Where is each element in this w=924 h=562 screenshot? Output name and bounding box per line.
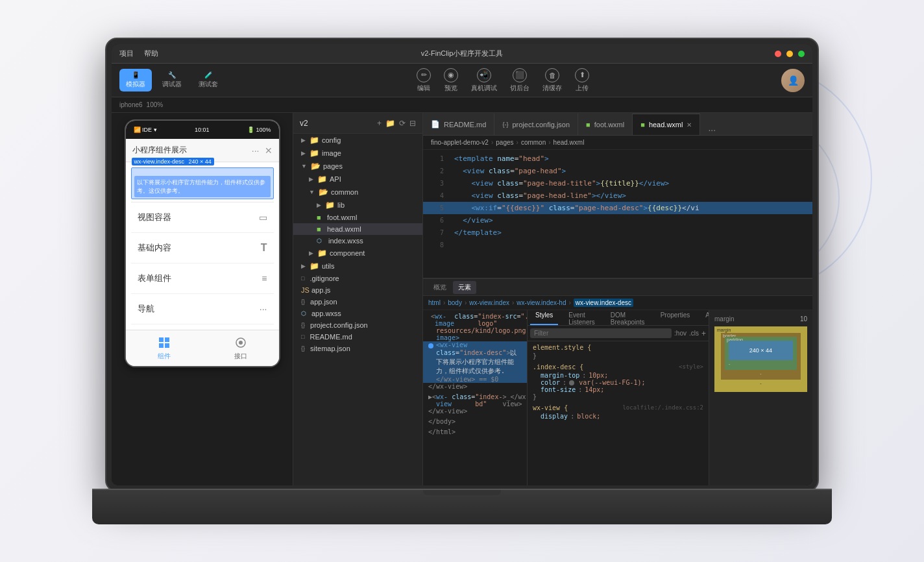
- mode-test[interactable]: 🧪 测试套: [192, 69, 225, 92]
- menu-item-nav[interactable]: 导航 ···: [131, 294, 274, 324]
- breadcrumb-sep: ›: [548, 139, 550, 146]
- action-clear-cache-label: 清缓存: [542, 84, 562, 93]
- tree-item-project-config[interactable]: {} project.config.json: [293, 319, 422, 331]
- new-folder-icon[interactable]: 📁: [385, 119, 395, 128]
- tree-item-sitemap[interactable]: {} sitemap.json: [293, 343, 422, 354]
- nav-item-api[interactable]: 接口: [234, 336, 248, 361]
- minimize-button[interactable]: [786, 51, 793, 57]
- tree-item-api[interactable]: ▶ 📁 API: [293, 173, 422, 186]
- tree-item-label: app.wxss: [311, 310, 341, 317]
- phone-more-icon[interactable]: ···: [252, 145, 260, 156]
- tab-overflow-icon[interactable]: ···: [703, 125, 721, 135]
- mode-simulator[interactable]: 📱 模拟器: [119, 69, 152, 92]
- user-avatar[interactable]: 👤: [781, 69, 805, 92]
- tree-item-label: image: [322, 149, 341, 157]
- device-bar: iphone6 100%: [112, 97, 812, 113]
- action-background[interactable]: ⬛ 切后台: [510, 68, 529, 93]
- css-block-close: }: [533, 352, 537, 360]
- devtools-panel: 概览 元素 html › body › wx-view.index: [423, 278, 812, 485]
- new-file-icon[interactable]: +: [377, 119, 382, 128]
- tree-item-gitignore[interactable]: □ .gitignore: [293, 273, 422, 284]
- elem-wx-view-desc[interactable]: wx-view.index-desc: [574, 299, 633, 307]
- elem-wx-view-index[interactable]: wx-view.index: [469, 299, 509, 306]
- tree-item-index-wxss[interactable]: ⬡ index.wxss: [293, 235, 422, 247]
- tree-item-app-wxss[interactable]: ⬡ app.wxss: [293, 308, 422, 319]
- action-edit[interactable]: ✏ 编辑: [417, 68, 431, 93]
- code-line: 2 <view class="page-head">: [423, 165, 812, 177]
- tab-readme[interactable]: 📄 README.md: [423, 114, 494, 135]
- tree-item-app-json[interactable]: {} app.json: [293, 296, 422, 308]
- line-number: 2: [428, 166, 444, 177]
- elem-sep: ›: [465, 299, 467, 306]
- tab-project-config[interactable]: {-} project.config.json: [494, 114, 578, 135]
- collapse-icon[interactable]: ⊟: [409, 119, 416, 128]
- tree-item-pages[interactable]: ▼ 📂 pages: [293, 160, 422, 173]
- nav-item-component[interactable]: 组件: [157, 336, 171, 361]
- svg-point-5: [239, 341, 243, 345]
- close-button[interactable]: [775, 51, 781, 57]
- elem-sep: ›: [512, 299, 514, 306]
- css-rule-wx-view: wx-view { localfile:/.index.css:2 displa…: [533, 404, 703, 420]
- tree-item-common[interactable]: ▼ 📂 common: [293, 186, 422, 199]
- styles-tab-styles[interactable]: Styles: [530, 310, 558, 325]
- code-content: <template name="head">: [454, 153, 549, 165]
- html-tree[interactable]: <wx-image class="index-logo" src="../res…: [423, 310, 527, 485]
- laptop-body: 项目 帮助 v2-FinClip小程序开发工具 📱: [105, 38, 819, 492]
- tree-item-lib[interactable]: ▶ 📁 lib: [293, 199, 422, 212]
- tab-head-wxml[interactable]: ■ head.wxml ✕: [633, 114, 700, 135]
- tab-foot-wxml[interactable]: ■ foot.wxml: [578, 114, 633, 135]
- styles-tab-events[interactable]: Event Listeners: [563, 310, 600, 325]
- folder-icon: 📁: [310, 149, 319, 158]
- action-device-debug[interactable]: 📲 真机调试: [471, 68, 497, 93]
- phone-signal: 📶 IDE ▾: [134, 127, 157, 133]
- menu-item-project[interactable]: 项目: [119, 49, 134, 58]
- menu-item-basic-content[interactable]: 基础内容 T: [131, 233, 274, 263]
- styles-tab-dom-breakpoints[interactable]: DOM Breakpoints: [605, 310, 650, 325]
- menu-item-form[interactable]: 表单组件 ≡: [131, 263, 274, 294]
- css-prop-margin-top: margin-top : 10px;: [533, 372, 703, 379]
- filter-add[interactable]: +: [701, 329, 706, 338]
- tree-item-image[interactable]: ▶ 📁 image: [293, 147, 422, 160]
- simulator-icon: 📱: [132, 71, 140, 79]
- tree-item-readme[interactable]: □ README.md: [293, 331, 422, 343]
- breadcrumb-sep: ›: [491, 139, 493, 146]
- maximize-button[interactable]: [798, 51, 805, 57]
- refresh-icon[interactable]: ⟳: [399, 119, 406, 128]
- tree-item-config[interactable]: ▶ 📁 config: [293, 134, 422, 147]
- background-icon: ⬛: [513, 68, 527, 82]
- phone-frame: 📶 IDE ▾ 10:01 🔋 100% 小程序组件展示 ··· ✕: [125, 119, 280, 367]
- elem-body[interactable]: body: [448, 299, 462, 306]
- menu-item-help[interactable]: 帮助: [144, 49, 158, 58]
- code-area[interactable]: 1 <template name="head"> 2 <view class="…: [423, 150, 812, 278]
- tree-item-app-js[interactable]: JS app.js: [293, 284, 422, 296]
- filter-input[interactable]: [530, 328, 672, 338]
- tree-item-component[interactable]: ▶ 📁 component: [293, 247, 422, 260]
- tab-close-icon[interactable]: ✕: [687, 121, 692, 128]
- elem-html[interactable]: html: [428, 299, 441, 306]
- nav-label-component: 组件: [158, 352, 171, 361]
- devtools-tab-elements[interactable]: 元素: [453, 281, 476, 294]
- css-colon: :: [578, 386, 582, 393]
- titlebar: 项目 帮助 v2-FinClip小程序开发工具: [112, 44, 812, 64]
- tab-head-wxml-label: head.wxml: [649, 121, 683, 128]
- styles-tab-properties[interactable]: Properties: [655, 310, 696, 325]
- tree-item-head-wxml[interactable]: ■ head.wxml: [293, 223, 422, 235]
- filter-cls: .cls: [689, 330, 699, 337]
- action-clear-cache[interactable]: 🗑 清缓存: [542, 68, 562, 93]
- css-property: margin-top: [533, 372, 579, 379]
- elem-sep: ›: [443, 299, 445, 306]
- mode-debugger[interactable]: 🔧 调试器: [156, 69, 188, 92]
- action-upload[interactable]: ⬆ 上传: [575, 68, 589, 93]
- elem-wx-view-hd[interactable]: wx-view.index-hd: [517, 299, 566, 306]
- action-preview[interactable]: ◉ 预览: [444, 68, 458, 93]
- css-line: }: [533, 352, 703, 360]
- window-controls: [775, 51, 805, 57]
- tree-item-utils[interactable]: ▶ 📁 utils: [293, 260, 422, 273]
- tree-item-foot-wxml[interactable]: ■ foot.wxml: [293, 212, 422, 223]
- phone-close-icon[interactable]: ✕: [265, 145, 273, 156]
- chevron-icon: ▼: [301, 163, 307, 169]
- devtools-tab-overview[interactable]: 概览: [428, 281, 452, 294]
- menu-item-view-container[interactable]: 视图容器 ▭: [131, 202, 274, 233]
- foot-wxml-icon: ■: [586, 121, 590, 128]
- device-zoom: 100%: [147, 101, 164, 108]
